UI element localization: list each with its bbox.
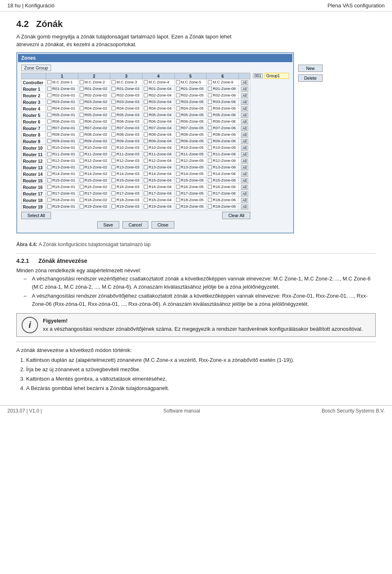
- zone-checkbox[interactable]: [176, 185, 180, 189]
- zone-checkbox[interactable]: [176, 172, 180, 176]
- zone-cell[interactable]: R02-Zone-02: [78, 92, 110, 99]
- zone-checkbox[interactable]: [80, 172, 84, 176]
- all-cell[interactable]: All: [238, 119, 250, 125]
- zone-checkbox[interactable]: [80, 191, 84, 195]
- zone-cell[interactable]: R11-Zone-03: [110, 151, 143, 158]
- zone-checkbox[interactable]: [208, 113, 212, 117]
- zone-checkbox[interactable]: [80, 106, 84, 110]
- zone-checkbox[interactable]: [80, 87, 84, 91]
- zone-checkbox[interactable]: [208, 146, 212, 150]
- zone-checkbox[interactable]: [144, 132, 148, 137]
- zone-checkbox[interactable]: [208, 126, 212, 130]
- all-cell[interactable]: All: [238, 112, 250, 119]
- all-cell[interactable]: All: [238, 191, 250, 197]
- all-button[interactable]: All: [241, 204, 248, 209]
- zone-cell[interactable]: R02-Zone-03: [110, 92, 143, 99]
- zone-cell[interactable]: R14-Zone-02: [78, 171, 110, 177]
- zone-checkbox[interactable]: [144, 106, 148, 110]
- zone-checkbox[interactable]: [47, 100, 51, 104]
- zone-cell[interactable]: R18-Zone-06: [207, 197, 239, 204]
- zone-cell[interactable]: R15-Zone-04: [142, 177, 174, 184]
- zone-checkbox[interactable]: [176, 191, 180, 195]
- zone-cell[interactable]: R15-Zone-06: [207, 177, 239, 184]
- zone-cell[interactable]: R08-Zone-01: [46, 132, 78, 138]
- zone-cell[interactable]: R05-Zone-06: [207, 112, 239, 119]
- zone-cell[interactable]: R02-Zone-06: [207, 92, 239, 99]
- zone-checkbox[interactable]: [144, 100, 148, 104]
- zone-checkbox[interactable]: [80, 204, 84, 209]
- zone-cell[interactable]: R17-Zone-03: [110, 191, 143, 197]
- zone-checkbox[interactable]: [176, 132, 180, 137]
- zone-cell[interactable]: R13-Zone-05: [174, 164, 207, 171]
- zone-checkbox[interactable]: [47, 113, 51, 117]
- zone-cell[interactable]: R11-Zone-01: [46, 151, 78, 158]
- zone-checkbox[interactable]: [111, 165, 116, 169]
- all-button[interactable]: All: [241, 178, 248, 183]
- zone-cell[interactable]: R02-Zone-04: [142, 92, 174, 99]
- zone-cell[interactable]: R19-Zone-06: [207, 204, 239, 210]
- zone-cell[interactable]: R08-Zone-05: [174, 132, 207, 138]
- zone-cell[interactable]: R19-Zone-01: [46, 204, 78, 210]
- zone-checkbox[interactable]: [144, 126, 148, 130]
- zone-checkbox[interactable]: [208, 165, 212, 169]
- all-cell[interactable]: All: [238, 197, 250, 204]
- zone-checkbox[interactable]: [47, 119, 51, 123]
- zone-checkbox[interactable]: [80, 165, 84, 169]
- zone-cell[interactable]: R13-Zone-01: [46, 164, 78, 171]
- all-button[interactable]: All: [241, 146, 248, 150]
- zone-checkbox[interactable]: [47, 198, 51, 202]
- zone-checkbox[interactable]: [47, 152, 51, 156]
- zone-checkbox[interactable]: [144, 146, 148, 150]
- zone-cell[interactable]: R17-Zone-01: [46, 191, 78, 197]
- zone-cell[interactable]: R12-Zone-02: [78, 158, 110, 164]
- zone-cell[interactable]: R08-Zone-04: [142, 132, 174, 138]
- zone-checkbox[interactable]: [144, 87, 148, 91]
- zone-checkbox[interactable]: [208, 87, 212, 91]
- zone-cell[interactable]: R09-Zone-04: [142, 138, 174, 145]
- zone-cell[interactable]: R07-Zone-01: [46, 125, 78, 132]
- zone-checkbox[interactable]: [208, 191, 212, 195]
- zone-cell[interactable]: R16-Zone-04: [142, 184, 174, 191]
- zone-cell[interactable]: M.C Zone-4: [142, 79, 174, 86]
- zone-cell[interactable]: R13-Zone-04: [142, 164, 174, 171]
- all-button[interactable]: All: [241, 126, 248, 131]
- zone-cell[interactable]: R15-Zone-02: [78, 177, 110, 184]
- zone-checkbox[interactable]: [144, 152, 148, 156]
- all-button[interactable]: All: [241, 93, 248, 98]
- cancel-button[interactable]: Cancel: [122, 221, 148, 229]
- zone-cell[interactable]: R09-Zone-06: [207, 138, 239, 145]
- zone-checkbox[interactable]: [47, 106, 51, 110]
- all-button[interactable]: All: [241, 185, 248, 190]
- zone-checkbox[interactable]: [111, 87, 116, 91]
- zone-cell[interactable]: R06-Zone-02: [78, 119, 110, 125]
- zone-cell[interactable]: M.C Zone-3: [110, 79, 143, 86]
- zone-cell[interactable]: R10-Zone-04: [142, 145, 174, 151]
- zone-cell[interactable]: R11-Zone-02: [78, 151, 110, 158]
- zone-cell[interactable]: R19-Zone-03: [110, 204, 143, 210]
- zone-checkbox[interactable]: [111, 172, 116, 176]
- zone-checkbox[interactable]: [208, 80, 212, 84]
- zone-checkbox[interactable]: [111, 152, 116, 156]
- zone-checkbox[interactable]: [47, 159, 51, 163]
- zone-checkbox[interactable]: [111, 178, 116, 182]
- zone-checkbox[interactable]: [208, 198, 212, 202]
- all-button[interactable]: All: [241, 191, 248, 196]
- zone-checkbox[interactable]: [111, 80, 116, 84]
- all-cell[interactable]: All: [238, 151, 250, 158]
- all-cell[interactable]: All: [238, 79, 250, 86]
- all-cell[interactable]: All: [238, 204, 250, 210]
- zone-checkbox[interactable]: [144, 80, 148, 84]
- zone-checkbox[interactable]: [47, 80, 51, 84]
- zone-checkbox[interactable]: [144, 185, 148, 189]
- zone-cell[interactable]: R03-Zone-03: [110, 99, 143, 105]
- zone-checkbox[interactable]: [208, 185, 212, 189]
- all-cell[interactable]: All: [238, 138, 250, 145]
- zone-cell[interactable]: R05-Zone-02: [78, 112, 110, 119]
- zone-checkbox[interactable]: [80, 113, 84, 117]
- zone-cell[interactable]: R06-Zone-01: [46, 119, 78, 125]
- zone-cell[interactable]: R10-Zone-01: [46, 145, 78, 151]
- zone-checkbox[interactable]: [208, 152, 212, 156]
- all-cell[interactable]: All: [238, 164, 250, 171]
- zone-checkbox[interactable]: [111, 93, 116, 97]
- zone-checkbox[interactable]: [111, 132, 116, 137]
